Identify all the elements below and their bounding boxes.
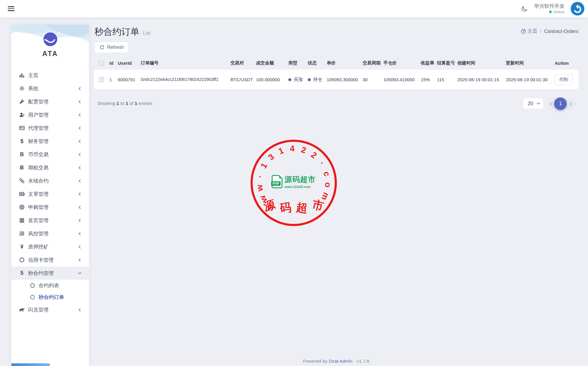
sidebar-item-label: 信用卡管理 <box>28 257 78 263</box>
php-file-icon: PHP <box>272 175 283 188</box>
id-card-icon <box>19 125 25 131</box>
sidebar-item-5[interactable]: $财务管理 <box>11 135 89 148</box>
status-dot-icon <box>308 78 311 81</box>
next-page-button[interactable] <box>569 102 572 106</box>
user-menu[interactable]: 华兴软件开发 Online <box>534 3 565 14</box>
brand-logo <box>43 32 57 46</box>
sidebar-item-11[interactable]: 首页管理 <box>11 214 89 227</box>
cell-amount: 100.000000 <box>254 70 287 89</box>
sidebar-item-8[interactable]: 永续合约 <box>11 174 89 187</box>
page-size-select[interactable]: 20 <box>523 98 543 109</box>
bars-icon <box>19 217 25 223</box>
cell-updated_at: 2025-06-19 00:01:30 <box>504 70 553 89</box>
select-all-checkbox[interactable] <box>99 61 104 66</box>
sidebar-subitem-15-0[interactable]: 合约列表 <box>11 280 89 291</box>
sidebar-item-label: 用户管理 <box>28 112 78 118</box>
sidebar-item-10[interactable]: 申购管理 <box>11 201 89 214</box>
chevron-left-icon <box>78 192 81 196</box>
sidebar-menu: 主页系统配置管理用户管理代理管理$财务管理B币币交易Ƀ期权交易永续合约文章管理申… <box>11 69 89 316</box>
sidebar-item-16[interactable]: 闪兑管理 <box>11 303 89 316</box>
sidebar-item-14[interactable]: 信用卡管理 <box>11 253 89 266</box>
sidebar-item-4[interactable]: 代理管理 <box>11 121 89 135</box>
cell-price: 105093.300000 <box>325 70 361 89</box>
life-ring-icon <box>19 204 25 210</box>
stamp-arc-char: 4 <box>288 144 297 153</box>
sidebar-item-label: 闪兑管理 <box>28 306 78 313</box>
column-header: Id <box>108 56 116 70</box>
column-header: 更新时间 <box>504 56 553 70</box>
powered-by-text: Powered by <box>303 359 328 364</box>
refresh-button[interactable]: Refresh <box>94 42 129 53</box>
chevron-left-icon <box>78 166 81 170</box>
orders-table: IdUserId订单编号交易对成交金额类型状态单价交易周期平仓价收益率结算盈亏创… <box>94 56 578 89</box>
sidebar-item-13[interactable]: ¥质押挖矿 <box>11 240 89 253</box>
sidebar-subitem-label: 秒合约订单 <box>39 294 64 301</box>
sidebar-item-3[interactable]: 用户管理 <box>11 108 89 121</box>
sidebar-item-label: 质押挖矿 <box>28 243 78 250</box>
dashboard-icon <box>521 29 526 34</box>
sidebar-item-0[interactable]: 主页 <box>11 69 89 82</box>
chevron-left-icon <box>78 100 81 104</box>
sidebar-subitem-15-1[interactable]: 秒合约订单 <box>11 291 89 303</box>
sidebar-item-label: 财务管理 <box>28 138 78 145</box>
breadcrumb-home[interactable]: 主页 <box>521 28 537 34</box>
control-button[interactable]: 控制 <box>555 74 573 85</box>
prev-page-button[interactable] <box>550 102 552 106</box>
sidebar-item-7[interactable]: Ƀ期权交易 <box>11 161 89 174</box>
wrench-icon <box>19 99 25 105</box>
chevron-left-icon <box>78 179 81 183</box>
watermark-stamp: www·131422·com PHP 源码超市 www.131422.com 源… <box>251 140 337 226</box>
row-checkbox[interactable] <box>99 77 104 82</box>
sidebar-item-label: 申购管理 <box>28 204 78 211</box>
dog-icon <box>19 307 25 313</box>
cell-user_id: 6000791 <box>116 70 139 89</box>
status-dot-icon <box>288 78 291 81</box>
page-title: 秒合约订单 <box>94 26 139 38</box>
avatar[interactable] <box>571 2 584 16</box>
sidebar-item-2[interactable]: 配置管理 <box>11 95 89 108</box>
column-header: 成交金额 <box>254 56 287 70</box>
breadcrumb: 主页 / Contract-Orders <box>521 28 578 34</box>
baht-icon: Ƀ <box>19 165 25 171</box>
dollar-icon: $ <box>19 138 25 144</box>
newspaper-icon <box>19 191 25 197</box>
bitcoin-b-icon: B <box>19 151 25 157</box>
breadcrumb-current: Contract-Orders <box>544 29 578 34</box>
stamp-bottom-char: 超 <box>295 201 309 215</box>
sidebar-item-label: 文章管理 <box>28 191 78 198</box>
sidebar-item-9[interactable]: 文章管理 <box>11 187 89 201</box>
chevron-down-icon <box>78 271 81 275</box>
circle-icon <box>30 295 35 299</box>
current-page-button[interactable]: 1 <box>554 97 567 110</box>
hamburger-icon[interactable] <box>8 5 14 12</box>
user-plus-icon <box>19 112 25 118</box>
gear-icon <box>19 85 25 91</box>
cell-close_price: 105093.410000 <box>382 70 419 89</box>
column-header: 类型 <box>287 56 306 70</box>
column-header: 平仓价 <box>382 56 419 70</box>
chevron-left-icon <box>78 258 81 262</box>
sidebar-item-label: 币币交易 <box>28 151 78 158</box>
cell-period: 30 <box>361 70 382 89</box>
sidebar-item-label: 配置管理 <box>28 98 78 105</box>
breadcrumb-separator: / <box>540 29 541 34</box>
chevron-left-icon <box>78 113 81 117</box>
footer: Powered by Dcat Admin · v1.7.8 <box>94 359 578 364</box>
stamp-arc-char: · <box>255 171 265 182</box>
sidebar-item-12[interactable]: 风控管理 <box>11 227 89 240</box>
moon-icon[interactable] <box>521 5 528 12</box>
sidebar: ATA 主页系统配置管理用户管理代理管理$财务管理B币币交易Ƀ期权交易永续合约文… <box>11 25 89 366</box>
cell-rate: 15% <box>419 70 435 89</box>
sidebar-bottom-decoration <box>11 363 50 366</box>
chevron-left-icon <box>78 139 81 143</box>
sidebar-item-15[interactable]: 5秒合约管理 <box>11 266 89 280</box>
dcat-admin-link[interactable]: Dcat Admin <box>329 359 352 364</box>
column-header: UserId <box>116 56 139 70</box>
sidebar-item-6[interactable]: B币币交易 <box>11 148 89 161</box>
table-header-row: IdUserId订单编号交易对成交金额类型状态单价交易周期平仓价收益率结算盈亏创… <box>94 56 578 70</box>
sidebar-item-1[interactable]: 系统 <box>11 82 89 95</box>
page-subtitle: List <box>143 31 150 36</box>
sidebar-item-label: 首页管理 <box>28 217 78 224</box>
stamp-arc-char: w <box>255 183 265 193</box>
stamp-arc-char: o <box>323 180 333 190</box>
